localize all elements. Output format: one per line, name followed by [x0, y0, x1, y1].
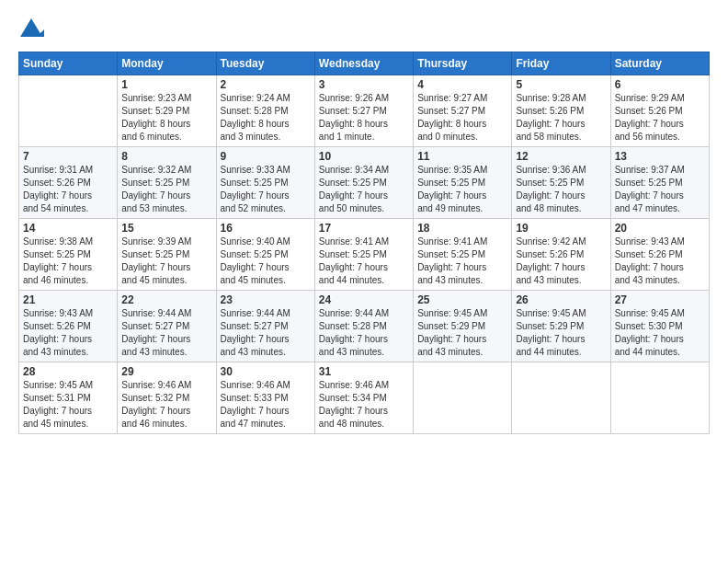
- day-cell: 29Sunrise: 9:46 AM Sunset: 5:32 PM Dayli…: [118, 362, 216, 434]
- weekday-header-tuesday: Tuesday: [216, 52, 314, 75]
- day-number: 26: [516, 293, 606, 306]
- weekday-header-monday: Monday: [118, 52, 216, 75]
- day-info: Sunrise: 9:45 AM Sunset: 5:29 PM Dayligh…: [516, 307, 606, 359]
- day-info: Sunrise: 9:36 AM Sunset: 5:25 PM Dayligh…: [516, 164, 606, 215]
- day-cell: 12Sunrise: 9:36 AM Sunset: 5:25 PM Dayli…: [512, 147, 610, 219]
- day-cell: 1Sunrise: 9:23 AM Sunset: 5:29 PM Daylig…: [118, 75, 216, 147]
- week-row-4: 21Sunrise: 9:43 AM Sunset: 5:26 PM Dayli…: [19, 291, 710, 362]
- day-cell: 24Sunrise: 9:44 AM Sunset: 5:28 PM Dayli…: [314, 291, 413, 362]
- weekday-header-friday: Friday: [512, 52, 610, 75]
- day-cell: 15Sunrise: 9:39 AM Sunset: 5:25 PM Dayli…: [118, 219, 216, 291]
- day-number: 5: [516, 78, 606, 91]
- day-info: Sunrise: 9:45 AM Sunset: 5:30 PM Dayligh…: [615, 307, 705, 359]
- day-number: 4: [417, 78, 507, 91]
- day-info: Sunrise: 9:32 AM Sunset: 5:25 PM Dayligh…: [121, 164, 211, 215]
- week-row-1: 1Sunrise: 9:23 AM Sunset: 5:29 PM Daylig…: [19, 75, 710, 147]
- day-number: 19: [516, 222, 606, 235]
- day-number: 9: [221, 150, 311, 163]
- day-number: 29: [121, 365, 211, 378]
- day-info: Sunrise: 9:29 AM Sunset: 5:26 PM Dayligh…: [615, 92, 705, 144]
- day-cell: 4Sunrise: 9:27 AM Sunset: 5:27 PM Daylig…: [414, 75, 512, 147]
- day-info: Sunrise: 9:34 AM Sunset: 5:25 PM Dayligh…: [319, 164, 409, 215]
- day-number: 13: [615, 150, 705, 163]
- day-info: Sunrise: 9:41 AM Sunset: 5:25 PM Dayligh…: [319, 236, 409, 287]
- day-cell: 23Sunrise: 9:44 AM Sunset: 5:27 PM Dayli…: [216, 291, 314, 362]
- day-cell: 7Sunrise: 9:31 AM Sunset: 5:26 PM Daylig…: [19, 147, 118, 219]
- weekday-header-saturday: Saturday: [610, 52, 709, 75]
- day-cell: 19Sunrise: 9:42 AM Sunset: 5:26 PM Dayli…: [512, 219, 610, 291]
- week-row-2: 7Sunrise: 9:31 AM Sunset: 5:26 PM Daylig…: [19, 147, 710, 219]
- day-number: 23: [221, 293, 311, 306]
- weekday-header-sunday: Sunday: [19, 52, 118, 75]
- day-cell: 30Sunrise: 9:46 AM Sunset: 5:33 PM Dayli…: [216, 362, 314, 434]
- day-number: 31: [319, 365, 409, 378]
- day-cell: 9Sunrise: 9:33 AM Sunset: 5:25 PM Daylig…: [216, 147, 314, 219]
- day-info: Sunrise: 9:38 AM Sunset: 5:25 PM Dayligh…: [23, 236, 113, 287]
- day-info: Sunrise: 9:45 AM Sunset: 5:31 PM Dayligh…: [23, 379, 113, 431]
- day-number: 27: [615, 293, 705, 306]
- day-cell: 28Sunrise: 9:45 AM Sunset: 5:31 PM Dayli…: [19, 362, 118, 434]
- day-number: 28: [23, 365, 113, 378]
- day-number: 1: [121, 78, 211, 91]
- day-cell: 2Sunrise: 9:24 AM Sunset: 5:28 PM Daylig…: [216, 75, 314, 147]
- week-row-3: 14Sunrise: 9:38 AM Sunset: 5:25 PM Dayli…: [19, 219, 710, 291]
- day-cell: 22Sunrise: 9:44 AM Sunset: 5:27 PM Dayli…: [118, 291, 216, 362]
- day-info: Sunrise: 9:45 AM Sunset: 5:29 PM Dayligh…: [417, 307, 507, 359]
- logo-icon: [18, 17, 44, 42]
- day-cell: [610, 362, 709, 434]
- day-info: Sunrise: 9:43 AM Sunset: 5:26 PM Dayligh…: [615, 236, 705, 287]
- day-cell: 25Sunrise: 9:45 AM Sunset: 5:29 PM Dayli…: [414, 291, 512, 362]
- logo: [18, 17, 48, 42]
- day-info: Sunrise: 9:37 AM Sunset: 5:25 PM Dayligh…: [615, 164, 705, 215]
- calendar-table: SundayMondayTuesdayWednesdayThursdayFrid…: [18, 52, 710, 434]
- day-cell: 21Sunrise: 9:43 AM Sunset: 5:26 PM Dayli…: [19, 291, 118, 362]
- day-cell: 16Sunrise: 9:40 AM Sunset: 5:25 PM Dayli…: [216, 219, 314, 291]
- day-info: Sunrise: 9:35 AM Sunset: 5:25 PM Dayligh…: [417, 164, 507, 215]
- day-info: Sunrise: 9:27 AM Sunset: 5:27 PM Dayligh…: [417, 92, 507, 144]
- day-number: 2: [221, 78, 311, 91]
- day-number: 17: [319, 222, 409, 235]
- day-cell: [19, 75, 118, 147]
- header: [18, 17, 710, 42]
- day-cell: 17Sunrise: 9:41 AM Sunset: 5:25 PM Dayli…: [314, 219, 413, 291]
- day-number: 8: [121, 150, 211, 163]
- day-cell: 31Sunrise: 9:46 AM Sunset: 5:34 PM Dayli…: [314, 362, 413, 434]
- day-cell: 13Sunrise: 9:37 AM Sunset: 5:25 PM Dayli…: [610, 147, 709, 219]
- day-cell: [414, 362, 512, 434]
- day-cell: 26Sunrise: 9:45 AM Sunset: 5:29 PM Dayli…: [512, 291, 610, 362]
- day-cell: 27Sunrise: 9:45 AM Sunset: 5:30 PM Dayli…: [610, 291, 709, 362]
- day-cell: [512, 362, 610, 434]
- day-number: 20: [615, 222, 705, 235]
- day-info: Sunrise: 9:31 AM Sunset: 5:26 PM Dayligh…: [23, 164, 113, 215]
- day-number: 15: [121, 222, 211, 235]
- day-info: Sunrise: 9:23 AM Sunset: 5:29 PM Dayligh…: [121, 92, 211, 144]
- day-info: Sunrise: 9:28 AM Sunset: 5:26 PM Dayligh…: [516, 92, 606, 144]
- day-number: 11: [417, 150, 507, 163]
- day-number: 6: [615, 78, 705, 91]
- day-info: Sunrise: 9:24 AM Sunset: 5:28 PM Dayligh…: [221, 92, 311, 144]
- day-info: Sunrise: 9:44 AM Sunset: 5:28 PM Dayligh…: [319, 307, 409, 359]
- day-number: 7: [23, 150, 113, 163]
- day-number: 10: [319, 150, 409, 163]
- day-info: Sunrise: 9:33 AM Sunset: 5:25 PM Dayligh…: [221, 164, 311, 215]
- day-info: Sunrise: 9:40 AM Sunset: 5:25 PM Dayligh…: [221, 236, 311, 287]
- day-cell: 3Sunrise: 9:26 AM Sunset: 5:27 PM Daylig…: [314, 75, 413, 147]
- day-info: Sunrise: 9:39 AM Sunset: 5:25 PM Dayligh…: [121, 236, 211, 287]
- day-number: 25: [417, 293, 507, 306]
- day-number: 14: [23, 222, 113, 235]
- day-number: 21: [23, 293, 113, 306]
- day-number: 12: [516, 150, 606, 163]
- day-cell: 8Sunrise: 9:32 AM Sunset: 5:25 PM Daylig…: [118, 147, 216, 219]
- day-cell: 6Sunrise: 9:29 AM Sunset: 5:26 PM Daylig…: [610, 75, 709, 147]
- day-cell: 10Sunrise: 9:34 AM Sunset: 5:25 PM Dayli…: [314, 147, 413, 219]
- weekday-header-wednesday: Wednesday: [314, 52, 413, 75]
- day-number: 24: [319, 293, 409, 306]
- day-info: Sunrise: 9:42 AM Sunset: 5:26 PM Dayligh…: [516, 236, 606, 287]
- day-number: 30: [221, 365, 311, 378]
- day-info: Sunrise: 9:44 AM Sunset: 5:27 PM Dayligh…: [121, 307, 211, 359]
- day-cell: 11Sunrise: 9:35 AM Sunset: 5:25 PM Dayli…: [414, 147, 512, 219]
- weekday-header-row: SundayMondayTuesdayWednesdayThursdayFrid…: [19, 52, 710, 75]
- svg-marker-0: [20, 18, 42, 37]
- day-info: Sunrise: 9:44 AM Sunset: 5:27 PM Dayligh…: [221, 307, 311, 359]
- day-number: 18: [417, 222, 507, 235]
